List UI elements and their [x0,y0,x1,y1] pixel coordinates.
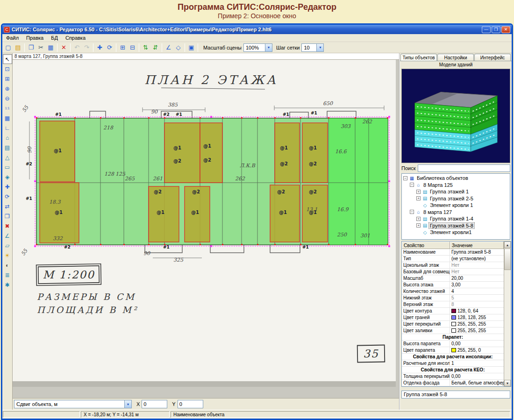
scroll-up-icon[interactable]: ▲ [504,242,511,248]
add-roof-icon[interactable]: △ [3,152,12,162]
zoom-out-icon[interactable]: ⊖ [3,93,12,103]
tree-item[interactable]: −⌂8 Марта 125 [402,182,510,189]
tree-item[interactable]: ◇Элемент кровли 1 [402,202,510,209]
property-row[interactable]: Масштаб20,00 [402,275,504,282]
tree-item[interactable]: +▤Группа этажей 1 [402,188,510,195]
snap-icon[interactable]: ◇ [173,43,183,52]
title-bar[interactable]: C СИТИС: Солярис - Редактор 6.50 - C:\Si… [2,25,512,34]
shift-mode-combobox[interactable]: Сдвиг объекта, м ▼ [14,400,132,408]
property-value[interactable]: 5 [450,295,504,300]
property-value[interactable]: 0,00 [450,374,504,379]
property-row[interactable]: Нижний этаж5 [402,295,504,301]
property-value[interactable]: 8 [450,302,504,307]
property-row[interactable]: Высота этажа3,00 [402,282,504,288]
shadow-tool-icon[interactable]: ◐ [3,260,12,270]
property-row[interactable]: Расчетные для инсоля1 [402,360,504,367]
property-value[interactable]: Группа этажей 5-8 [450,249,504,255]
measure-icon[interactable]: ∠ [164,43,173,52]
move-object-icon[interactable]: ✚ [3,182,12,192]
property-row[interactable]: Цокольный этажНет [402,262,504,269]
add-building-icon[interactable]: ⌂ [3,133,12,142]
minimize-button[interactable]: — [482,26,491,33]
tree-item[interactable]: +▤Группа этажей 2-5 [402,195,510,202]
scroll-down-icon[interactable]: ▼ [504,380,511,386]
property-row[interactable]: Количество этажей4 [402,288,504,295]
layers-tool-icon[interactable]: ≣ [3,270,12,280]
y-input[interactable] [178,400,203,408]
cut-icon[interactable]: ✂ [36,43,46,52]
property-value[interactable]: 3,00 [450,282,504,287]
menu-item-1[interactable]: Правка [22,35,47,41]
property-row[interactable]: Базовый для совмещеНет [402,269,504,275]
property-value[interactable]: 20,00 [450,276,504,281]
attach-icon[interactable]: ⊟ [128,43,137,52]
floor-group-green-bright-overlay[interactable] [328,118,388,245]
chevron-down-icon[interactable]: ▼ [265,44,272,51]
property-row[interactable]: Высота парапета0,00 [402,341,504,347]
ortho-icon[interactable]: ∟ [3,123,12,133]
expand-expander-icon[interactable]: + [416,196,421,200]
area-tool-icon[interactable]: ▱ [3,241,12,250]
raise-floor-icon[interactable]: ⇅ [141,43,150,52]
close-button[interactable]: ✕ [501,26,510,33]
property-value[interactable]: 4 [450,289,504,294]
grid-step-combobox[interactable]: 10 ▼ [301,43,324,52]
property-value[interactable]: 255, 255, 255 [450,328,504,333]
copy-object-icon[interactable]: ❐ [3,211,12,221]
add-floor-group-icon[interactable]: ▤ [3,142,12,152]
tree-item[interactable]: ◇Элемент кровли1 [402,229,510,236]
object-tree[interactable]: −▦Библиотека объектов−⌂8 Марта 125+▤Груп… [401,173,510,240]
property-row[interactable]: Цвет заливки255, 255, 255 [402,327,504,334]
property-grid[interactable]: Свойство Значение НаименованиеГруппа эта… [401,241,511,387]
value-column-header[interactable]: Значение [450,242,504,249]
delete-icon[interactable]: ✕ [59,43,69,52]
measure-tool-icon[interactable]: ∠ [3,231,12,241]
expand-expander-icon[interactable]: + [416,223,421,228]
tab-settings[interactable]: Настройки [437,54,474,61]
property-value[interactable]: (не установлен) [450,256,504,261]
copy-icon[interactable]: ❐ [26,43,36,52]
scale-1-1-icon[interactable]: 1:1 [3,103,12,113]
scene-scale-combobox[interactable]: 100% ▼ [243,43,272,52]
open-folder-icon[interactable]: ▤ [13,43,23,52]
collapse-expander-icon[interactable]: − [410,183,414,187]
expand-expander-icon[interactable]: + [416,190,421,194]
settings-tool-icon[interactable]: ✱ [3,280,12,290]
grid-icon[interactable]: ▦ [3,113,12,123]
scrollbar-thumb[interactable] [504,249,511,270]
property-value[interactable]: Белый, белые атмосферо [450,380,504,385]
tab-interface[interactable]: Интерфейс [474,54,511,61]
orbit-icon[interactable]: ⟳ [105,43,114,52]
property-row[interactable]: Цвет парапета255, 255, 0 [402,347,504,354]
delete-object-icon[interactable]: ✖ [3,221,12,231]
property-value[interactable]: Нет [450,269,504,274]
add-contour-icon[interactable]: ▭ [3,162,12,172]
chevron-down-icon[interactable]: ▼ [316,44,323,51]
mirror-object-icon[interactable]: ⇄ [3,201,12,211]
property-value[interactable]: Нет [450,263,504,268]
move-icon[interactable]: ✚ [95,43,105,52]
property-value[interactable]: 255, 255, 255 [450,321,504,327]
property-grid-scrollbar[interactable]: ▲ ▼ [504,242,511,386]
zoom-extents-icon[interactable]: ⊡ [3,64,12,74]
property-value[interactable]: 0,00 [450,341,504,346]
zoom-in-icon[interactable]: ⊕ [3,84,12,93]
property-row[interactable]: Тип(не установлен) [402,256,504,262]
building-3d-preview[interactable] [401,69,510,163]
collapse-expander-icon[interactable]: − [403,176,407,180]
new-file-icon[interactable]: ▢ [3,43,13,52]
frame-icon[interactable]: ▣ [186,43,196,52]
menu-item-0[interactable]: Файл [2,35,22,41]
expand-expander-icon[interactable]: + [416,217,421,221]
tree-item[interactable]: −⌂8 марта 127 [402,209,510,216]
property-value[interactable]: 255, 255, 0 [450,348,504,353]
property-row[interactable]: Верхний этаж8 [402,301,504,308]
tree-item[interactable]: −▦Библиотека объектов [402,175,510,182]
undo-icon[interactable]: ↶ [72,43,82,52]
lower-floor-icon[interactable]: ⇵ [150,43,160,52]
property-row[interactable]: Отделка фасадаБелый, белые атмосферо [402,380,504,386]
tree-item[interactable]: +▤Группа этажей 1-4 [402,215,510,222]
rotate-object-icon[interactable]: ⟳ [3,192,12,201]
property-value[interactable]: 128, 128, 255 [450,315,504,320]
property-row[interactable]: Цвет граней128, 128, 255 [402,314,504,321]
